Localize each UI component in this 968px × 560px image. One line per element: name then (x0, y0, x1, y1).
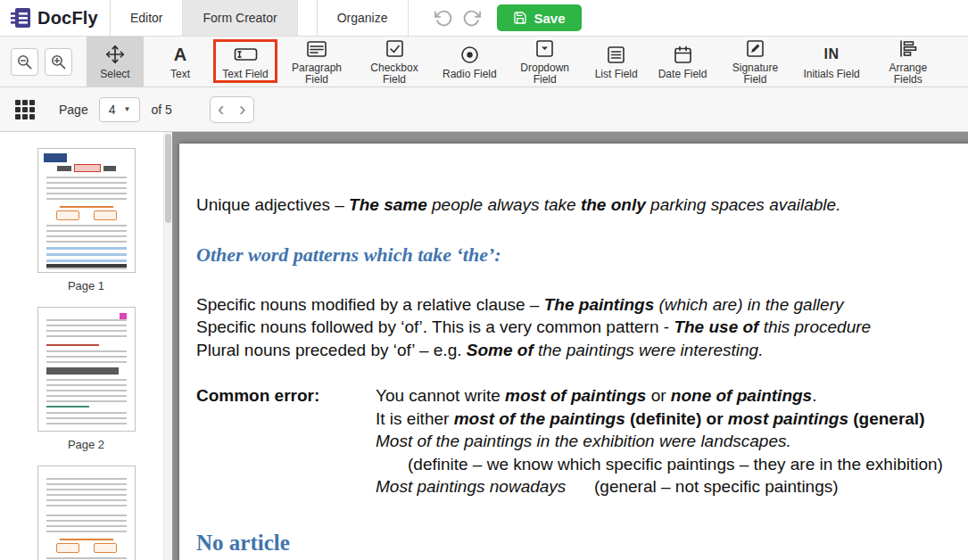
page-navigation-bar: Page 4 ▼ of 5 ‹ › (0, 87, 968, 132)
tool-checkbox-field[interactable]: Checkbox Field (360, 37, 429, 86)
tool-list-field[interactable]: List Field (588, 37, 645, 86)
date-field-icon (673, 44, 693, 66)
thumb-decoration (38, 543, 135, 553)
zoom-out-button[interactable] (11, 48, 38, 76)
tool-text[interactable]: A Text (152, 37, 209, 86)
tool-label: Text (170, 69, 190, 80)
thumb-decoration (46, 268, 127, 273)
scrollbar-thumb[interactable] (165, 134, 171, 223)
thumbnails-sidebar: Page 1 Page 2 (0, 132, 172, 560)
tab-form-creator[interactable]: Form Creator (182, 0, 297, 36)
page-number-dropdown[interactable]: 4 ▼ (99, 97, 141, 122)
redo-icon[interactable] (462, 9, 481, 28)
sidebar-scrollbar[interactable] (163, 132, 172, 560)
docfly-logo-icon (9, 6, 32, 29)
page-pager: ‹ › (210, 96, 254, 123)
list-field-icon (606, 44, 626, 66)
page-2-thumbnail[interactable]: Page 2 (37, 307, 136, 465)
page-grid-button[interactable] (11, 95, 39, 124)
tool-buttons: Select A Text Text Field (87, 37, 943, 86)
zoom-controls (11, 48, 72, 76)
save-label: Save (534, 11, 566, 26)
document-paragraph: Specific nouns modified by a relative cl… (196, 293, 968, 362)
page-1-label: Page 1 (37, 279, 136, 292)
paragraph-field-icon (306, 37, 327, 60)
page-total-label: of 5 (151, 103, 171, 117)
page-3-preview[interactable] (37, 465, 136, 560)
app-root: DocFly Editor Form Creator Organize (0, 0, 968, 560)
tool-radio-field[interactable]: Radio Field (437, 37, 502, 86)
thumb-decoration (46, 478, 127, 510)
thumb-decoration (38, 164, 135, 172)
tool-signature-field[interactable]: Signature Field (720, 37, 790, 86)
tool-paragraph-field[interactable]: Paragraph Field (282, 37, 352, 86)
thumb-decoration (46, 247, 127, 263)
page-1-thumbnail[interactable]: Page 1 (37, 148, 136, 307)
thumb-decoration (46, 406, 90, 408)
page-label: Page (59, 103, 88, 117)
save-button[interactable]: Save (497, 4, 582, 31)
thumb-decoration (46, 177, 127, 200)
tool-label: Signature Field (725, 62, 784, 86)
thumb-decoration (120, 313, 127, 319)
tool-label: Date Field (658, 69, 707, 80)
history-controls (434, 0, 481, 36)
zoom-out-icon (16, 54, 33, 70)
main-tabs: Editor Form Creator Organize (110, 0, 408, 36)
form-toolbar: Select A Text Text Field (0, 36, 968, 87)
zoom-in-button[interactable] (45, 48, 72, 76)
thumb-decoration (46, 225, 127, 243)
tool-label: Radio Field (443, 69, 497, 80)
thumb-decoration (60, 206, 113, 208)
tool-text-field[interactable]: Text Field (217, 37, 274, 86)
signature-field-icon (745, 37, 765, 60)
tool-label: Paragraph Field (287, 62, 346, 86)
tool-arrange-fields[interactable]: Arrange Fields (873, 37, 943, 86)
text-icon: A (174, 44, 186, 66)
tool-label: List Field (595, 69, 638, 80)
next-page-button[interactable]: › (232, 97, 253, 122)
dropdown-field-icon (534, 37, 555, 60)
page-2-label: Page 2 (37, 438, 136, 451)
tab-editor[interactable]: Editor (110, 0, 184, 36)
document-page[interactable]: Unique adjectives – The same people alwa… (179, 144, 968, 560)
thumb-decoration (44, 153, 67, 162)
tool-label: Select (100, 69, 129, 80)
common-error-block: Common error: You cannot write most of p… (196, 384, 968, 498)
docfly-logo[interactable]: DocFly (0, 0, 110, 36)
topbar: DocFly Editor Form Creator Organize (0, 0, 968, 36)
thumb-decoration (46, 264, 127, 268)
tool-label: Dropdown Field (516, 62, 575, 86)
tool-initials-field[interactable]: IN Initials Field (798, 37, 865, 86)
thumb-decoration (46, 344, 99, 346)
undo-icon[interactable] (434, 9, 453, 28)
thumb-decoration (46, 515, 127, 532)
chevron-right-icon: › (239, 98, 245, 120)
thumb-decoration (46, 412, 127, 426)
tool-dropdown-field[interactable]: Dropdown Field (510, 37, 580, 86)
common-error-content: You cannot write most of paintings or no… (376, 384, 968, 498)
tool-label: Arrange Fields (879, 62, 938, 86)
thumb-decoration (46, 350, 127, 363)
document-intro-line: Unique adjectives – The same people alwa… (196, 194, 968, 217)
thumb-decoration (46, 367, 119, 375)
page-3-thumbnail[interactable] (37, 465, 136, 560)
text-field-icon (234, 44, 258, 66)
move-icon (105, 44, 125, 66)
initials-field-icon: IN (824, 44, 840, 66)
document-area: Unique adjectives – The same people alwa… (172, 132, 968, 560)
thumb-decoration (60, 539, 113, 540)
tool-label: Text Field (222, 69, 268, 80)
checkbox-field-icon (385, 37, 405, 60)
tool-select[interactable]: Select (87, 37, 144, 86)
previous-page-button[interactable]: ‹ (211, 97, 232, 122)
page-2-preview[interactable] (37, 307, 136, 432)
page-1-preview[interactable] (37, 148, 136, 273)
zoom-in-icon (50, 54, 67, 70)
chevron-down-icon: ▼ (124, 105, 131, 113)
thumb-decoration (46, 379, 127, 402)
thumbnail-list: Page 1 Page 2 (0, 132, 172, 560)
tab-organize[interactable]: Organize (317, 0, 409, 36)
thumb-decoration (38, 210, 135, 220)
tool-date-field[interactable]: Date Field (653, 37, 713, 86)
